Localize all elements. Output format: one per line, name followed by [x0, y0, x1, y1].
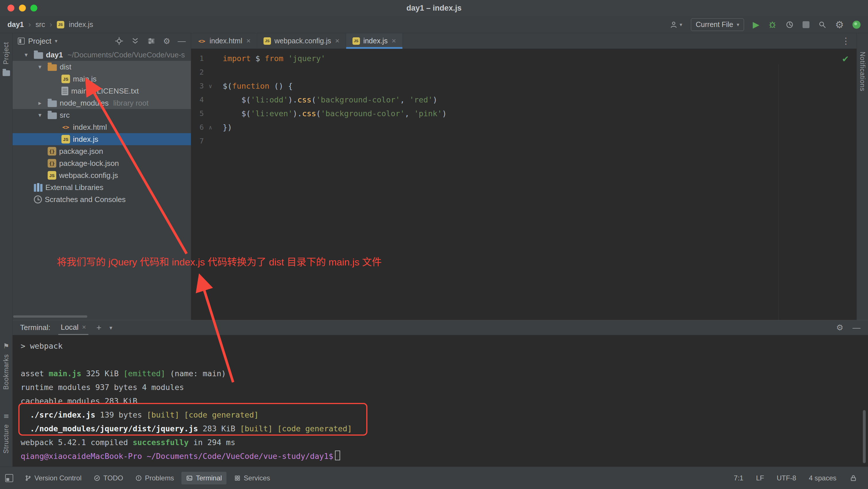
- tree-item-external-libraries[interactable]: External Libraries: [12, 182, 191, 193]
- tab-webpack-config-js[interactable]: JSwebpack.config.js×: [257, 33, 346, 48]
- close-window-button[interactable]: [7, 5, 14, 11]
- terminal-output[interactable]: > webpackasset main.js 325 KiB [emitted]…: [12, 335, 868, 463]
- caret-position[interactable]: 7:1: [734, 474, 743, 482]
- chevron-down-icon[interactable]: ▾: [110, 324, 112, 331]
- code-editor[interactable]: 1import $ from 'jquery'23∨$(function () …: [191, 49, 857, 320]
- fold-spacer: [204, 93, 217, 107]
- hide-panel-button[interactable]: —: [178, 36, 186, 45]
- close-icon[interactable]: ×: [335, 36, 339, 45]
- line-number: 3: [191, 79, 204, 93]
- tab-index-html[interactable]: <>index.html×: [191, 33, 257, 48]
- text-file-icon: [61, 87, 68, 95]
- statusbar-item-version-control[interactable]: Version Control: [20, 472, 86, 484]
- collapse-all-button[interactable]: [131, 37, 140, 45]
- bookmark-icon[interactable]: ⚑: [3, 342, 9, 350]
- stripe-structure-button[interactable]: Structure: [2, 424, 10, 453]
- stop-button[interactable]: [803, 21, 809, 28]
- line-number: 2: [191, 65, 204, 79]
- code-text: $('li:odd').css('background-color', 'red…: [223, 93, 437, 107]
- chevron-down-icon[interactable]: ▾: [55, 38, 57, 44]
- line-separator[interactable]: LF: [756, 474, 764, 482]
- stripe-notifications-button[interactable]: Notifications: [859, 52, 866, 91]
- lock-icon: [849, 474, 858, 482]
- tree-item-node-modules[interactable]: ▸node_moduleslibrary root: [12, 97, 191, 109]
- coverage-button[interactable]: [785, 20, 794, 29]
- tree-item-main-js[interactable]: JSmain.js: [12, 73, 191, 85]
- breadcrumb-item-day1[interactable]: day1: [7, 20, 24, 29]
- new-terminal-button[interactable]: +: [96, 323, 102, 333]
- statusbar-item-problems[interactable]: Problems: [131, 472, 179, 484]
- run-config-select[interactable]: Current File ▾: [691, 19, 744, 31]
- tab-index-js[interactable]: JSindex.js×: [346, 33, 403, 48]
- debug-button[interactable]: [768, 20, 777, 29]
- excluded-folder-icon: [48, 64, 57, 71]
- terminal-settings-button[interactable]: ⚙: [836, 323, 843, 332]
- tree-item-suffix: library root: [113, 99, 149, 108]
- panel-settings-button[interactable]: ⚙: [163, 36, 170, 46]
- terminal-scrollbar[interactable]: [863, 410, 866, 463]
- ide-window: day1 – index.js day1›src›JSindex.js ▾ Cu…: [0, 0, 868, 489]
- terminal-line: ./src/index.js 139 bytes [built] [code g…: [21, 408, 868, 422]
- project-panel-title[interactable]: Project: [28, 37, 51, 45]
- options-icon: [147, 37, 156, 45]
- tree-item-label: package.json: [59, 147, 103, 156]
- tree-item-package-json[interactable]: {}package.json: [12, 145, 191, 157]
- indent-setting[interactable]: 4 spaces: [809, 474, 836, 482]
- statusbar-item-terminal[interactable]: Terminal: [181, 472, 226, 484]
- tab-options-icon[interactable]: ⋮: [842, 36, 857, 46]
- terminal-tab-local[interactable]: Local ×: [58, 320, 88, 335]
- readonly-lock-icon[interactable]: [849, 474, 858, 482]
- statusbar-item-todo[interactable]: TODO: [89, 472, 128, 484]
- run-button[interactable]: ▶: [753, 20, 759, 30]
- folder-icon[interactable]: [3, 70, 10, 76]
- stripe-project-button[interactable]: Project: [2, 42, 10, 65]
- hide-terminal-button[interactable]: —: [852, 323, 861, 332]
- zoom-window-button[interactable]: [30, 5, 37, 11]
- stripe-bookmarks-button[interactable]: Bookmarks: [2, 354, 10, 390]
- chevron-right-icon[interactable]: ▸: [35, 100, 45, 106]
- close-icon[interactable]: ×: [82, 323, 86, 331]
- locate-file-button[interactable]: [115, 37, 123, 45]
- file-encoding[interactable]: UTF-8: [777, 474, 796, 482]
- tree-item-day1[interactable]: ▾day1~/Documents/Code/VueCode/vue-s: [12, 49, 191, 61]
- close-icon[interactable]: ×: [246, 36, 251, 45]
- minimize-window-button[interactable]: [19, 5, 26, 11]
- chevron-down-icon[interactable]: ▾: [35, 63, 45, 70]
- tree-item-dist[interactable]: ▾dist: [12, 61, 191, 73]
- structure-icon[interactable]: ≡: [3, 412, 9, 420]
- library-icon: [34, 183, 42, 192]
- tree-item-scratches-and-consoles[interactable]: Scratches and Consoles: [12, 193, 191, 205]
- terminal-tab-label: Local: [61, 323, 79, 332]
- tree-item-webpack-config-js[interactable]: JSwebpack.config.js: [12, 169, 191, 182]
- breadcrumb-item-index-js[interactable]: index.js: [69, 20, 93, 29]
- view-options-button[interactable]: [147, 37, 156, 45]
- problems-icon: [135, 475, 142, 482]
- fold-marker-icon[interactable]: ∨: [204, 79, 217, 93]
- horizontal-scrollbar[interactable]: [13, 315, 87, 318]
- breadcrumb-item-src[interactable]: src: [36, 20, 45, 29]
- statusbar-item-services[interactable]: Services: [229, 472, 275, 484]
- folder-icon: [48, 112, 57, 119]
- tree-item-main-js-license-txt[interactable]: main.js.LICENSE.txt: [12, 85, 191, 97]
- fold-marker-icon[interactable]: ∧: [204, 121, 217, 134]
- collapse-all-icon: [131, 37, 140, 45]
- project-tree: ▾day1~/Documents/Code/VueCode/vue-s▾dist…: [12, 49, 191, 320]
- profile-button[interactable]: ▾: [670, 20, 682, 29]
- chevron-down-icon[interactable]: ▾: [35, 111, 45, 119]
- column-guide: [778, 64, 779, 320]
- tab-label: index.js: [363, 37, 388, 45]
- chevron-down-icon[interactable]: ▾: [21, 52, 31, 58]
- js-file-icon: JS: [61, 135, 70, 143]
- plugin-icon[interactable]: [852, 21, 861, 29]
- tree-item-package-lock-json[interactable]: {}package-lock.json: [12, 157, 191, 169]
- tree-item-label: dist: [60, 63, 71, 71]
- tree-item-index-html[interactable]: <>index.html: [12, 121, 191, 133]
- tool-window-switcher-icon[interactable]: [5, 474, 13, 482]
- close-icon[interactable]: ×: [392, 36, 396, 45]
- inspection-ok-icon[interactable]: ✔: [842, 54, 849, 64]
- tree-item-index-js[interactable]: JSindex.js: [12, 133, 191, 145]
- code-line: 2: [191, 65, 857, 79]
- settings-button[interactable]: ⚙: [835, 19, 844, 30]
- search-button[interactable]: [818, 20, 827, 29]
- tree-item-src[interactable]: ▾src: [12, 109, 191, 121]
